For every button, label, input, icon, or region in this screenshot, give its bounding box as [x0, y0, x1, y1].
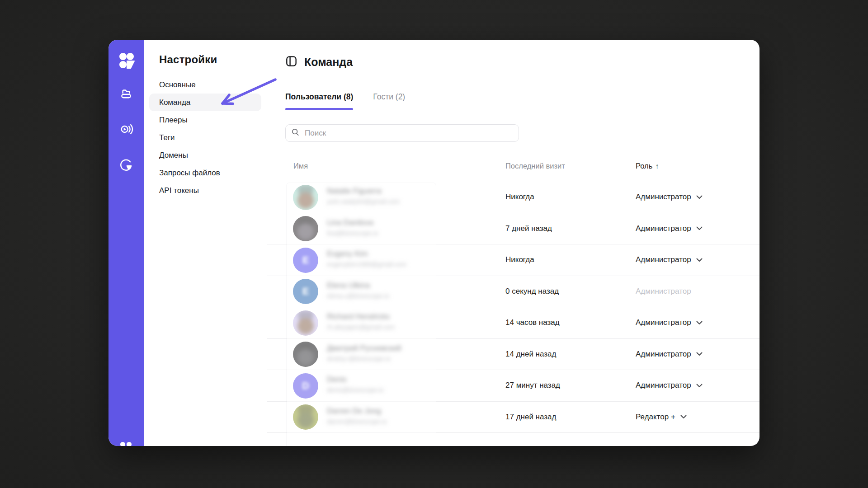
kinescope-logo-icon[interactable] [117, 51, 136, 70]
app-window: Настройки ОсновныеКомандаПлеерыТегиДомен… [108, 40, 760, 446]
avatar: E [293, 279, 318, 304]
search-icon [291, 128, 300, 138]
avatar [293, 310, 318, 336]
table-row: Richard Hendricksrh.aleyapex@gmail.com14… [267, 307, 760, 339]
role-dropdown[interactable]: Редактор + [636, 413, 687, 422]
user-email: dmitriy.r@kinescope.io [327, 355, 401, 362]
users-content: Имя Последний визит Роль↑ Natalie Figuer… [267, 110, 760, 446]
tab-guests-label: Гости (2) [373, 92, 405, 102]
column-header-role[interactable]: Роль↑ [636, 162, 659, 170]
page-title: Команда [304, 56, 353, 69]
role-label: Администратор [636, 255, 691, 264]
app-rail [108, 40, 144, 446]
user-name: Richard Hendricks [327, 312, 395, 321]
user-email: elena.u@kinescope.io [327, 292, 389, 300]
user-name: Lina Danilova [327, 218, 378, 227]
last-visit-value: 7 дней назад [505, 224, 552, 233]
apps-grid-icon[interactable] [120, 442, 132, 446]
role-label: Администратор [636, 224, 691, 233]
videos-folder-icon[interactable] [119, 87, 133, 101]
user-name: Darren De Jong [327, 407, 387, 416]
table-row: EEvgeny Kimevgenykim1989@gmail.comНикогд… [267, 244, 760, 276]
role-label: Администратор [636, 318, 691, 327]
user-email: rh.aleyapex@gmail.com [327, 324, 395, 331]
chevron-down-icon [696, 321, 703, 325]
chevron-down-icon [696, 384, 703, 388]
user-name: Evgeny Kim [327, 249, 406, 258]
user-name: Natalie Figuerra [327, 187, 400, 196]
user-name: Дмитрий Русневский [327, 344, 401, 353]
tab-users-label: Пользователи (8) [285, 92, 353, 102]
table-row: EElena Ulkinaelena.u@kinescope.io0 секун… [267, 276, 760, 308]
users-table: Natalie Figuerrayork.nataly64@gmail.comН… [267, 182, 760, 433]
sidebar-item-2[interactable]: Плееры [149, 111, 261, 129]
chevron-down-icon [696, 226, 703, 230]
search-input[interactable] [304, 128, 513, 138]
user-identity: Darren De Jongdarren@kinescope.io [327, 407, 387, 425]
column-header-name[interactable]: Имя [293, 162, 308, 170]
table-row: Lina Danilovalina@kinescope.io7 дней наз… [267, 213, 760, 245]
role-dropdown: Администратор [636, 287, 691, 296]
user-email: darren@kinescope.io [327, 418, 387, 425]
settings-panel: Настройки ОсновныеКомандаПлеерыТегиДомен… [144, 40, 267, 446]
user-email: denis@kinescope.io [327, 386, 384, 394]
sidebar-item-3[interactable]: Теги [149, 129, 261, 146]
role-dropdown[interactable]: Администратор [636, 381, 703, 390]
user-identity: Дмитрий Русневскийdmitriy.r@kinescope.io [327, 344, 401, 362]
role-dropdown[interactable]: Администратор [636, 318, 703, 327]
main-panel: Команда Пользователи (8) Гости (2) [267, 40, 760, 446]
user-email: evgenykim1989@gmail.com [327, 261, 406, 268]
analytics-icon[interactable] [119, 158, 133, 172]
user-identity: Lina Danilovalina@kinescope.io [327, 218, 378, 237]
user-email: york.nataly64@gmail.com [327, 198, 400, 205]
last-visit-value: Никогда [505, 192, 534, 202]
tab-users[interactable]: Пользователи (8) [285, 84, 353, 110]
role-label: Администратор [636, 350, 691, 359]
avatar: D [293, 373, 318, 399]
avatar [293, 185, 318, 210]
sidebar-item-6[interactable]: API токены [149, 182, 261, 199]
avatar [293, 404, 318, 430]
column-header-role-label: Роль [636, 162, 652, 170]
desktop-background: Настройки ОсновныеКомандаПлеерыТегиДомен… [0, 0, 868, 488]
role-dropdown[interactable]: Администратор [636, 255, 703, 264]
last-visit-value: 17 дней назад [505, 413, 556, 422]
settings-nav-list: ОсновныеКомандаПлеерыТегиДоменыЗапросы ф… [144, 76, 267, 199]
live-stream-icon[interactable] [119, 122, 133, 136]
role-dropdown[interactable]: Администратор [636, 192, 703, 202]
tabs-bar: Пользователи (8) Гости (2) [267, 84, 760, 110]
panel-layout-icon [285, 55, 297, 69]
last-visit-value: 0 секунд назад [505, 287, 559, 296]
avatar: E [293, 248, 318, 273]
last-visit-value: 14 часов назад [505, 318, 560, 327]
table-row: Darren De Jongdarren@kinescope.io17 дней… [267, 402, 760, 433]
user-identity: Richard Hendricksrh.aleyapex@gmail.com [327, 312, 395, 331]
role-dropdown[interactable]: Администратор [636, 224, 703, 233]
user-identity: Evgeny Kimevgenykim1989@gmail.com [327, 249, 406, 268]
sort-asc-icon: ↑ [655, 162, 659, 170]
sidebar-item-1[interactable]: Команда [149, 94, 261, 111]
table-row: Natalie Figuerrayork.nataly64@gmail.comН… [267, 182, 760, 213]
settings-title: Настройки [159, 53, 217, 66]
column-header-last-visit[interactable]: Последний визит [505, 162, 565, 170]
user-identity: Elena Ulkinaelena.u@kinescope.io [327, 281, 389, 300]
role-dropdown[interactable]: Администратор [636, 350, 703, 359]
sidebar-item-0[interactable]: Основные [149, 76, 261, 94]
user-name: Denis [327, 375, 384, 384]
user-name: Elena Ulkina [327, 281, 389, 290]
table-header: Имя Последний визит Роль↑ [267, 155, 760, 182]
role-label: Администратор [636, 287, 691, 296]
role-label: Администратор [636, 381, 691, 390]
table-row: Дмитрий Русневскийdmitriy.r@kinescope.io… [267, 339, 760, 371]
last-visit-value: 14 дней назад [505, 350, 556, 359]
tab-guests[interactable]: Гости (2) [373, 84, 405, 110]
user-email: lina@kinescope.io [327, 230, 378, 237]
user-identity: Denisdenis@kinescope.io [327, 375, 384, 394]
page-header: Команда [285, 40, 353, 84]
sidebar-item-5[interactable]: Запросы файлов [149, 164, 261, 182]
chevron-down-icon [696, 195, 703, 199]
last-visit-value: Никогда [505, 255, 534, 264]
user-identity: Natalie Figuerrayork.nataly64@gmail.com [327, 187, 400, 205]
sidebar-item-4[interactable]: Домены [149, 146, 261, 164]
avatar [293, 216, 318, 241]
